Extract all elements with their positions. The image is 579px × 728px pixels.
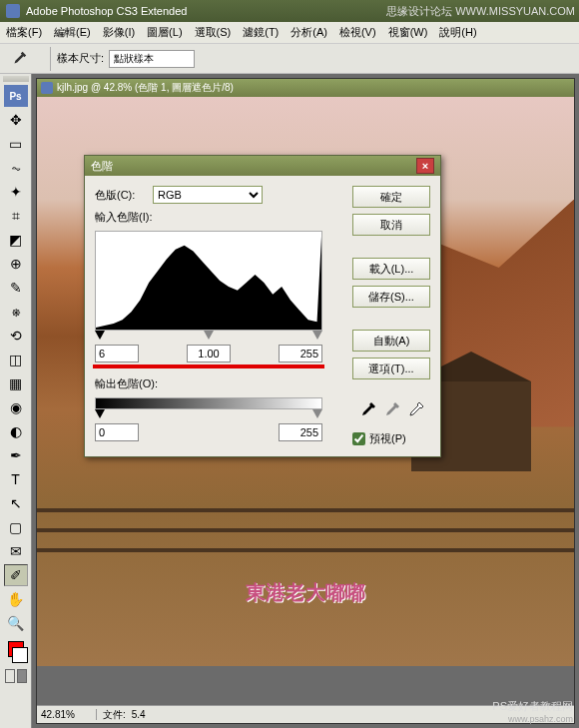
menu-view[interactable]: 檢視(V)	[339, 25, 376, 40]
annotation-redline	[93, 364, 324, 368]
close-button[interactable]: ×	[416, 158, 434, 174]
brush-tool[interactable]: ✎	[4, 277, 28, 299]
main-menubar: 檔案(F) 編輯(E) 影像(I) 圖層(L) 選取(S) 濾鏡(T) 分析(A…	[0, 22, 579, 44]
channel-select[interactable]: RGB	[153, 186, 263, 204]
input-black-field[interactable]	[95, 345, 139, 363]
output-white-field[interactable]	[279, 423, 322, 441]
wand-tool[interactable]: ✦	[4, 181, 28, 203]
save-button[interactable]: 儲存(S)...	[352, 286, 430, 308]
input-gamma-slider[interactable]	[204, 331, 214, 340]
quickmask-toggle[interactable]	[4, 669, 28, 687]
black-eyedropper-icon[interactable]	[358, 401, 376, 419]
dialog-title: 色階	[91, 159, 113, 174]
output-levels-label: 輸出色階(O):	[95, 376, 158, 391]
output-black-slider[interactable]	[95, 409, 105, 418]
gradient-tool[interactable]: ▦	[4, 372, 28, 394]
preview-checkbox[interactable]	[352, 432, 365, 445]
slice-tool[interactable]: ◩	[4, 229, 28, 251]
histogram	[95, 231, 322, 331]
eyedropper-tool-icon	[8, 50, 30, 68]
options-button[interactable]: 選項(T)...	[352, 358, 430, 379]
marquee-tool[interactable]: ▭	[4, 133, 28, 155]
ps-logo-icon[interactable]: Ps	[4, 85, 28, 107]
auto-button[interactable]: 自動(A)	[352, 330, 430, 352]
input-black-slider[interactable]	[95, 331, 105, 340]
crop-tool[interactable]: ⌗	[4, 205, 28, 227]
input-white-field[interactable]	[279, 345, 322, 363]
menu-select[interactable]: 選取(S)	[195, 25, 232, 40]
levels-dialog: 色階 × 色版(C): RGB 輸入色階(I):	[84, 155, 441, 457]
menu-edit[interactable]: 編輯(E)	[54, 25, 91, 40]
heal-tool[interactable]: ⊕	[4, 253, 28, 275]
dialog-titlebar[interactable]: 色階 ×	[85, 156, 440, 176]
channel-label: 色版(C):	[95, 188, 153, 203]
ok-button[interactable]: 確定	[352, 186, 430, 208]
photoshop-logo-icon	[6, 4, 20, 18]
app-titlebar: Adobe Photoshop CS3 Extended 思缘设计论坛 WWW.…	[0, 0, 579, 22]
output-gradient	[95, 397, 322, 409]
cancel-button[interactable]: 取消	[352, 214, 430, 236]
notes-tool[interactable]: ✉	[4, 540, 28, 562]
separator	[50, 47, 51, 71]
input-white-slider[interactable]	[312, 331, 322, 340]
doc-info-label: 文件:	[97, 708, 132, 722]
page-watermark: PS爱好者教程网 www.psahz.com	[492, 699, 573, 724]
white-eyedropper-icon[interactable]	[406, 401, 424, 419]
tool-options-bar: 樣本尺寸: 點狀樣本	[0, 44, 579, 74]
document-titlebar[interactable]: kjlh.jpg @ 42.8% (色階 1, 圖層遮色片/8)	[37, 79, 574, 97]
move-tool[interactable]: ✥	[4, 109, 28, 131]
sample-size-dropdown[interactable]: 點狀樣本	[109, 50, 195, 68]
doc-info-value: 5.4	[132, 709, 146, 720]
menu-analysis[interactable]: 分析(A)	[290, 25, 327, 40]
input-levels-label: 輸入色階(I):	[95, 210, 152, 225]
titlebar-watermark: 思缘设计论坛 WWW.MISSYUAN.COM	[386, 4, 575, 19]
watermark-line1: PS爱好者教程网	[492, 699, 573, 714]
input-sliders	[95, 331, 322, 341]
output-white-slider[interactable]	[312, 409, 322, 418]
zoom-level[interactable]: 42.81%	[37, 709, 97, 720]
menu-window[interactable]: 視窗(W)	[388, 25, 428, 40]
watermark-line2: www.psahz.com	[492, 714, 573, 724]
sample-size-label: 樣本尺寸:	[57, 51, 104, 66]
history-brush-tool[interactable]: ⟲	[4, 325, 28, 347]
path-tool[interactable]: ↖	[4, 492, 28, 514]
eraser-tool[interactable]: ◫	[4, 349, 28, 370]
toolbox-grip[interactable]	[3, 76, 29, 82]
hand-tool[interactable]: ✋	[4, 588, 28, 610]
preview-label: 預視(P)	[369, 431, 406, 446]
stamp-tool[interactable]: ⎈	[4, 301, 28, 323]
background-color-swatch[interactable]	[12, 647, 28, 663]
input-gamma-field[interactable]	[187, 345, 231, 363]
shape-tool[interactable]: ▢	[4, 516, 28, 538]
document-icon	[41, 82, 53, 94]
output-black-field[interactable]	[95, 423, 139, 441]
photo-fence	[37, 548, 574, 552]
app-title: Adobe Photoshop CS3 Extended	[26, 5, 187, 17]
type-tool[interactable]: T	[4, 468, 28, 490]
pen-tool[interactable]: ✒	[4, 444, 28, 466]
eyedropper-tool[interactable]: ✐	[4, 564, 28, 586]
menu-layer[interactable]: 圖層(L)	[147, 25, 182, 40]
preview-checkbox-row[interactable]: 預視(P)	[352, 431, 430, 446]
load-button[interactable]: 載入(L)...	[352, 258, 430, 280]
dodge-tool[interactable]: ◐	[4, 420, 28, 442]
menu-file[interactable]: 檔案(F)	[6, 25, 42, 40]
document-title: kjlh.jpg @ 42.8% (色階 1, 圖層遮色片/8)	[57, 81, 234, 95]
lasso-tool[interactable]: ⏦	[4, 157, 28, 179]
menu-filter[interactable]: 濾鏡(T)	[243, 25, 279, 40]
toolbox: Ps ✥ ▭ ⏦ ✦ ⌗ ◩ ⊕ ✎ ⎈ ⟲ ◫ ▦ ◉ ◐ ✒ T ↖ ▢ ✉…	[0, 74, 32, 728]
menu-image[interactable]: 影像(I)	[103, 25, 135, 40]
photo-watermark-text: 東港老大嘟嘟	[246, 579, 365, 606]
zoom-tool[interactable]: 🔍	[4, 612, 28, 634]
gray-eyedropper-icon[interactable]	[382, 401, 400, 419]
blur-tool[interactable]: ◉	[4, 396, 28, 418]
output-sliders	[95, 409, 322, 419]
menu-help[interactable]: 說明(H)	[439, 25, 476, 40]
